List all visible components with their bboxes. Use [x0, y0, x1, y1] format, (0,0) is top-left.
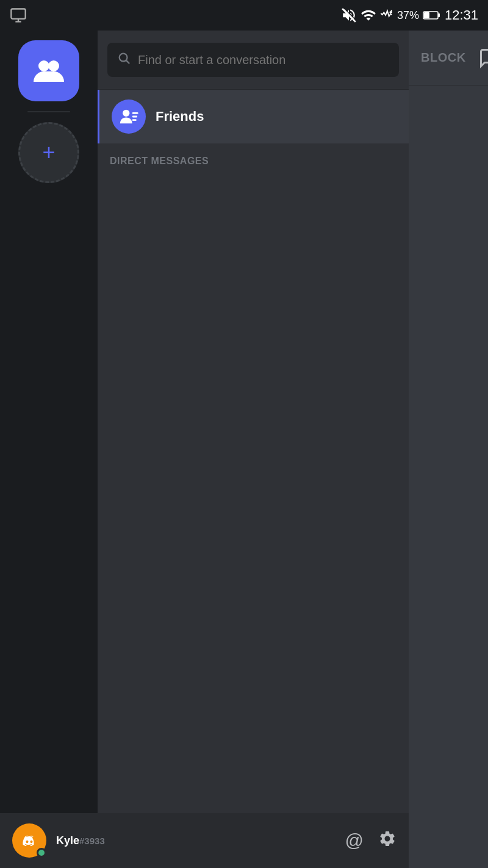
right-panel-icons — [486, 153, 488, 225]
mute-icon — [341, 7, 357, 23]
server-divider — [27, 111, 70, 112]
friends-avatar — [112, 99, 146, 134]
right-panel-header: BLOCK — [409, 31, 488, 85]
svg-point-8 — [48, 60, 59, 71]
svg-point-11 — [123, 110, 129, 117]
online-status-dot — [37, 848, 46, 858]
username-display: Kyle#3933 — [56, 834, 105, 847]
svg-rect-0 — [11, 9, 25, 19]
search-input-wrapper[interactable] — [107, 43, 399, 77]
settings-button[interactable] — [378, 830, 396, 852]
friends-icon — [30, 52, 67, 89]
screen-icon — [10, 0, 27, 31]
main-layout: + — [0, 31, 488, 868]
friends-label: Friends — [156, 109, 204, 125]
wifi-icon — [361, 7, 376, 23]
status-icons: 37% 12:31 — [341, 7, 478, 23]
status-bar: 37% 12:31 — [0, 0, 488, 31]
mention-button[interactable]: @ — [345, 830, 364, 851]
bottom-actions: @ — [345, 830, 396, 852]
battery-icon — [423, 9, 441, 21]
server-sidebar: + — [0, 31, 98, 868]
user-bottom-bar: Kyle#3933 @ — [0, 813, 409, 868]
search-icon — [117, 51, 131, 68]
compose-icon[interactable] — [478, 47, 488, 69]
dm-panel: Friends DIRECT MESSAGES Kyle#3933 — [98, 31, 409, 868]
svg-rect-5 — [424, 12, 429, 18]
clock: 12:31 — [445, 7, 478, 23]
blocked-label: BLOCK — [421, 51, 466, 65]
discriminator: #3933 — [79, 836, 105, 846]
signal-icon — [380, 7, 393, 23]
add-icon: + — [42, 142, 55, 164]
dm-header-text: DIRECT MESSAGES — [110, 156, 209, 166]
dm-list-empty — [98, 174, 409, 868]
search-bar-container — [98, 31, 409, 90]
search-input[interactable] — [138, 53, 389, 67]
home-server-button[interactable] — [18, 40, 79, 101]
panel-settings-icon[interactable] — [486, 202, 488, 225]
svg-rect-6 — [438, 13, 440, 17]
friends-list-icon — [118, 106, 139, 127]
user-avatar — [12, 823, 46, 858]
friends-nav-item[interactable]: Friends — [98, 90, 409, 143]
add-friend-icon[interactable] — [486, 153, 488, 178]
dm-section-header: DIRECT MESSAGES — [98, 143, 409, 174]
user-avatar-icon — [18, 830, 40, 852]
svg-point-9 — [120, 54, 127, 62]
svg-line-10 — [126, 60, 129, 63]
battery-percent: 37% — [397, 9, 419, 22]
add-server-button[interactable]: + — [18, 122, 79, 183]
right-panel: BLOCK — [409, 31, 488, 868]
svg-point-7 — [38, 60, 49, 71]
username-container: Kyle#3933 — [56, 834, 336, 847]
